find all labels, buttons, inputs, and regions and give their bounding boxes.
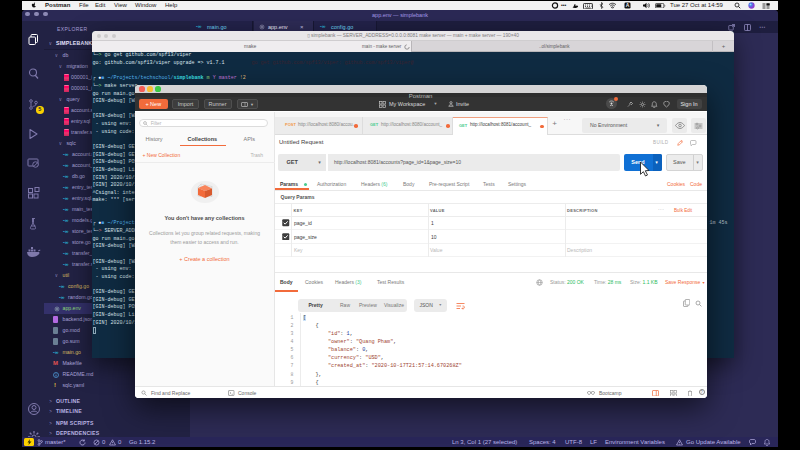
svg-text:A: A [626, 2, 630, 8]
